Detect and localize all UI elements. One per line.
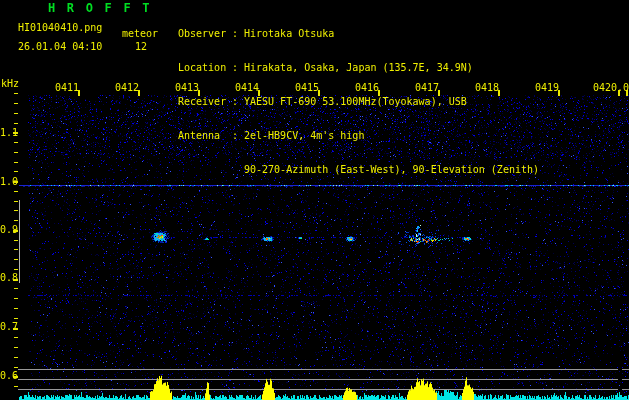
info-row-antenna-cont: 90-270-Azimuth (East-West), 90-Elevation… [178, 164, 539, 176]
app-title: H R O F F T [48, 3, 152, 14]
datetime: 26.01.04 04:10 [18, 41, 102, 52]
info-value: Hirakata, Osaka, Japan (135.7E, 34.9N) [244, 62, 473, 73]
time-tick-label: 0411 [54, 83, 79, 93]
info-value: Hirotaka Otsuka [244, 28, 334, 39]
info-separator: : [232, 96, 244, 107]
info-value: YAESU FT-690 53.100MHz(Toyokawa), USB [244, 96, 467, 107]
freq-tick-label: 0.7 [0, 322, 13, 332]
freq-tick-label: 0.8 [0, 273, 13, 283]
info-label: Receiver [178, 96, 232, 107]
time-tick-label-end: 0420.0 [589, 83, 629, 93]
station-info: Observer:Hirotaka Otsuka Location:Hiraka… [178, 6, 539, 197]
time-tick-label: 0413 [174, 83, 199, 93]
info-label: Location [178, 62, 232, 73]
freq-tick-label: 1.1 [0, 128, 13, 138]
info-label: Antenna [178, 130, 232, 141]
time-tick-label: 0417 [414, 83, 439, 93]
mode-label: meteor [122, 28, 158, 39]
info-row-receiver: Receiver:YAESU FT-690 53.100MHz(Toyokawa… [178, 96, 539, 108]
meteor-count: 12 [135, 41, 147, 52]
info-row-antenna: Antenna:2el-HB9CV, 4m's high [178, 130, 539, 142]
time-tick-label: 0419 [534, 83, 559, 93]
freq-tick-label: 0.6 [0, 371, 13, 381]
time-tick-label: 0412 [114, 83, 139, 93]
freq-tick-label: 1.0 [0, 177, 13, 187]
time-tick-label: 0416 [354, 83, 379, 93]
freq-axis-unit: kHz [1, 78, 19, 89]
info-row-observer: Observer:Hirotaka Otsuka [178, 28, 539, 40]
info-separator: : [232, 28, 244, 39]
freq-tick-label: 0.9 [0, 225, 13, 235]
time-tick-label: 0414 [234, 83, 259, 93]
filename: HI01040410.png [18, 22, 102, 33]
info-value: 2el-HB9CV, 4m's high [244, 130, 364, 141]
info-row-location: Location:Hirakata, Osaka, Japan (135.7E,… [178, 62, 539, 74]
time-tick-label: 0418 [474, 83, 499, 93]
info-separator: : [232, 130, 244, 141]
info-label: Observer [178, 28, 232, 39]
time-tick-label: 0415 [294, 83, 319, 93]
hrofft-screen: H R O F F T HI01040410.png meteor 26.01.… [0, 0, 629, 400]
info-separator: : [232, 62, 244, 73]
